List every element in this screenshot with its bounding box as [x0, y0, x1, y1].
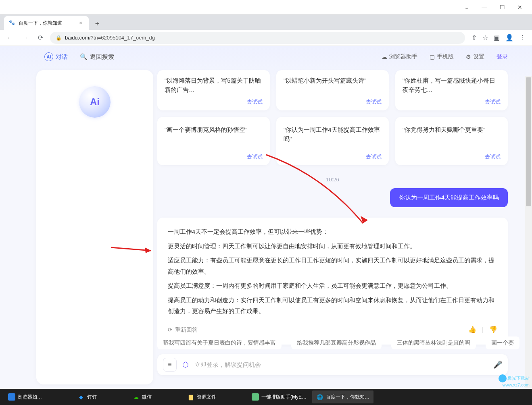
taskbar-item[interactable]: 🌐 百度一下，你就知… [312, 390, 373, 403]
page-header: Ai 对话 🔍 返回搜索 ☁浏览器助手 ▢手机版 ⚙设置 登录 [44, 52, 532, 61]
restore-down-icon[interactable]: ⌄ [458, 1, 476, 13]
taskbar-label: 百度一下，你就知… [326, 394, 369, 401]
login-link[interactable]: 登录 [497, 53, 508, 60]
scrollbar-thumb[interactable] [526, 77, 531, 206]
ai-badge-icon: Ai [44, 52, 53, 61]
try-button[interactable]: 去试试 [485, 153, 501, 160]
menu-button[interactable]: ≡ [163, 358, 177, 372]
ai-logo: Ai [79, 86, 111, 118]
forward-button[interactable]: → [19, 32, 31, 44]
card-text: "以蜡笔小新为开头写篇藏头诗" [284, 76, 382, 85]
followup-suggestions: 帮我写四篇有关于夏日表白的诗，要情感丰富 给我推荐几部豆瓣高分影视作品 三体的黑… [157, 336, 508, 349]
suggestion-card[interactable]: "画一个赛博朋克风格的孙悟空" 去试试 [157, 117, 270, 165]
profile-icon[interactable]: 👤 [505, 34, 513, 42]
suggestion-card[interactable]: "你觉得努力和天赋哪个更重要" 去试试 [395, 117, 508, 165]
suggestion-card[interactable]: "以蜡笔小新为开头写篇藏头诗" 去试试 [276, 70, 389, 110]
suggestion-chip[interactable]: 画一个赛 [486, 336, 519, 349]
mobile-link[interactable]: ▢手机版 [430, 53, 454, 60]
suggestion-card[interactable]: "你姓杜甫，写一篇感慨快递小哥日夜辛劳七… 去试试 [395, 70, 508, 110]
try-button[interactable]: 去试试 [485, 98, 501, 106]
toolbar-right: ⇧ ☆ ▣ 👤 ⋮ [469, 34, 528, 42]
close-window-icon[interactable]: ✕ [511, 1, 529, 13]
try-button[interactable]: 去试试 [247, 153, 263, 160]
answer-line: 提高员工满意度：一周内有更多的时间用于家庭和个人生活，员工可能会更满意工作，更愿… [168, 280, 497, 292]
suggestion-card[interactable]: "你认为一周工作4天能提高工作效率吗" 去试试 [276, 117, 389, 165]
address-bar[interactable]: 🔒 baidu.com/?tn=62095104_17_oem_dg [50, 32, 465, 44]
ai-answer-card: 一周工作4天不一定会提高工作效率，但可以带来一些优势： 更灵活的时间管理：四天工… [157, 218, 508, 345]
suggestion-chip[interactable]: 三体的黑暗丛林法则是真的吗 [391, 336, 476, 349]
cube-icon[interactable]: ⬡ [182, 360, 189, 369]
browser-tabbar: 🐾 百度一下，你就知道 × + [0, 15, 532, 30]
suggestion-chip[interactable]: 帮我写四篇有关于夏日表白的诗，要情感丰富 [157, 336, 282, 349]
settings-link[interactable]: ⚙设置 [466, 53, 484, 60]
browser-helper-link[interactable]: ☁浏览器助手 [382, 53, 417, 60]
app-icon [252, 393, 259, 401]
url-domain: baidu.com [65, 35, 89, 41]
taskbar-item[interactable]: 一键排版助手(MyE… [248, 390, 311, 403]
taskbar-label: 资源文件 [197, 394, 216, 401]
taskbar-item[interactable]: ◆ 钉钉 [73, 390, 101, 403]
reload-button[interactable]: ⟳ [35, 32, 46, 44]
back-button[interactable]: ← [4, 32, 15, 44]
dialog-tab[interactable]: 对话 [56, 53, 68, 61]
folder-icon: ▇ [187, 393, 194, 401]
taskbar-label: 钉钉 [87, 394, 97, 401]
app-icon [8, 393, 15, 401]
chat-input[interactable]: 立即登录，解锁提问机会 [194, 361, 488, 369]
answer-line: 提高员工的动力和创造力：实行四天工作制可以使员工有更多的时间和空间来休息和恢复，… [168, 295, 497, 317]
dingtalk-icon: ◆ [77, 393, 85, 401]
thumbs-down-icon[interactable]: 👎 [489, 324, 497, 336]
chrome-icon: 🌐 [316, 393, 323, 401]
search-icon: 🔍 [80, 53, 88, 60]
taskbar-item[interactable]: ▇ 资源文件 [183, 390, 220, 403]
suggestion-cards-row2: "画一个赛博朋克风格的孙悟空" 去试试 "你认为一周工作4天能提高工作效率吗" … [157, 117, 508, 165]
suggestion-cards-row1: "以海滩落日为背景，写5篇关于防晒霜的广告… 去试试 "以蜡笔小新为开头写篇藏头… [157, 70, 508, 110]
card-text: "你姓杜甫，写一篇感慨快递小哥日夜辛劳七… [403, 76, 501, 95]
new-tab-button[interactable]: + [91, 18, 103, 30]
chat-timestamp: 10:26 [157, 177, 508, 183]
minimize-icon[interactable]: — [476, 1, 493, 13]
cloud-icon: ☁ [382, 54, 387, 60]
browser-tab[interactable]: 🐾 百度一下，你就知道 × [4, 16, 89, 30]
try-button[interactable]: 去试试 [366, 153, 382, 160]
phone-icon: ▢ [430, 54, 435, 60]
answer-line: 适应员工能力：有些员工可能更愿意在更长的工作日工作更短的时间，实施四天工作制可以… [168, 255, 497, 277]
refresh-icon: ⟳ [168, 324, 173, 335]
try-button[interactable]: 去试试 [366, 98, 382, 106]
wechat-icon: ☁ [132, 393, 140, 401]
taskbar-label: 浏览器如… [18, 394, 42, 401]
window-titlebar: ⌄ — ☐ ✕ [0, 0, 532, 15]
taskbar-label: 微信 [142, 394, 152, 401]
mic-icon[interactable]: 🎤 [493, 360, 502, 369]
sidebar-panel: Ai [36, 70, 153, 384]
try-button[interactable]: 去试试 [247, 98, 263, 106]
answer-line: 一周工作4天不一定会提高工作效率，但可以带来一些优势： [168, 226, 497, 238]
taskbar-label: 一键排版助手(MyE… [261, 394, 307, 401]
menu-icon[interactable]: ⋮ [519, 34, 526, 42]
page-content: Ai 对话 🔍 返回搜索 ☁浏览器助手 ▢手机版 ⚙设置 登录 Ai "以海滩落… [0, 46, 532, 389]
lock-icon: 🔒 [56, 35, 62, 41]
suggestion-card[interactable]: "以海滩落日为背景，写5篇关于防晒霜的广告… 去试试 [157, 70, 270, 110]
taskbar-item[interactable]: 浏览器如… [4, 390, 46, 403]
thumbs-up-icon[interactable]: 👍 [468, 324, 476, 336]
main-area: "以海滩落日为背景，写5篇关于防晒霜的广告… 去试试 "以蜡笔小新为开头写篇藏头… [157, 70, 508, 381]
vertical-scrollbar[interactable] [525, 76, 532, 405]
sidepanel-icon[interactable]: ▣ [494, 34, 500, 42]
gear-icon: ⚙ [466, 54, 471, 60]
bookmark-icon[interactable]: ☆ [482, 34, 488, 42]
card-text: "你觉得努力和天赋哪个更重要" [403, 125, 501, 134]
back-to-search[interactable]: 🔍 返回搜索 [80, 53, 114, 61]
url-path: /?tn=62095104_17_oem_dg [89, 35, 155, 41]
tab-close-icon[interactable]: × [77, 20, 84, 26]
share-icon[interactable]: ⇧ [471, 34, 477, 42]
card-text: "画一个赛博朋克风格的孙悟空" [165, 125, 263, 134]
baidu-favicon-icon: 🐾 [9, 20, 15, 26]
regenerate-button[interactable]: ⟳ 重新回答 [168, 324, 198, 335]
card-text: "以海滩落日为背景，写5篇关于防晒霜的广告… [165, 76, 263, 95]
chat-input-bar: ≡ ⬡ 立即登录，解锁提问机会 🎤 [157, 354, 508, 375]
suggestion-chip[interactable]: 给我推荐几部豆瓣高分影视作品 [291, 336, 382, 349]
windows-taskbar: 浏览器如… ◆ 钉钉 ☁ 微信 ▇ 资源文件 一键排版助手(MyE… 🌐 百度一… [0, 389, 532, 405]
browser-toolbar: ← → ⟳ 🔒 baidu.com/?tn=62095104_17_oem_dg… [0, 30, 532, 46]
maximize-icon[interactable]: ☐ [493, 1, 511, 13]
taskbar-item[interactable]: ☁ 微信 [128, 390, 156, 403]
